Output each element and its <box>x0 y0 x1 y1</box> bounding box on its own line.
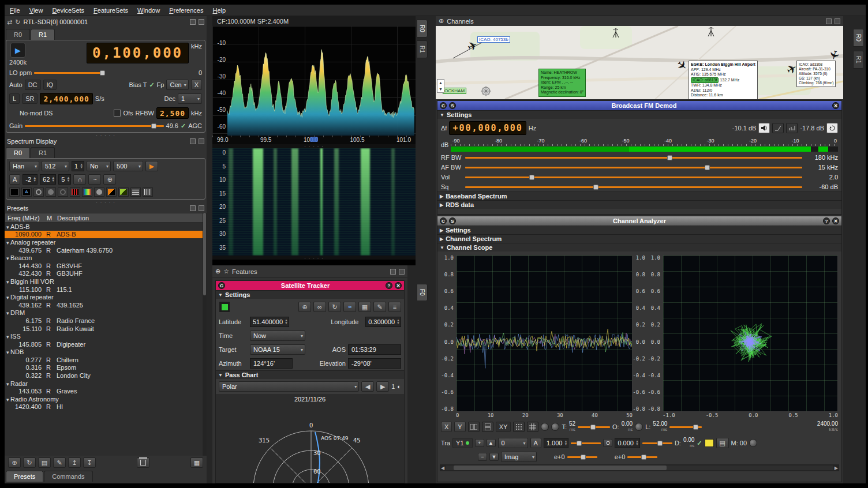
vor-label[interactable]: OCKHAM <box>443 88 466 94</box>
menu-item[interactable]: FeatureSets <box>89 6 132 15</box>
remove-trace-button[interactable]: − <box>478 453 487 461</box>
menu-item[interactable]: File <box>6 6 24 15</box>
fft-size-select[interactable]: 512▾ <box>42 161 69 171</box>
rf-bandwidth-display[interactable]: 2,500 <box>156 107 189 119</box>
grid-dots-icon[interactable] <box>513 422 525 432</box>
ofs-auto-button[interactable]: O <box>603 439 612 447</box>
range-spinner[interactable]: 62▲▼ <box>40 174 56 185</box>
style-circle2-button[interactable] <box>46 187 56 197</box>
preset-row[interactable]: 0.316 R Epsom <box>5 364 207 372</box>
help-button[interactable]: ? <box>386 282 392 289</box>
trace-down-button[interactable]: ▼ <box>489 453 499 461</box>
center-frequency-display[interactable]: 0,100,000 <box>87 43 189 63</box>
presets-scrollbar[interactable] <box>203 213 207 456</box>
channel-spectrum-section[interactable]: ▶Channel Spectrum <box>437 234 841 243</box>
preset-row[interactable]: 145.805 R Digipeater <box>5 340 207 348</box>
preset-row[interactable]: Biggin Hill VOR <box>5 277 207 286</box>
xy-mode-button[interactable]: XY <box>496 422 511 432</box>
dc-button[interactable]: DC <box>25 80 41 90</box>
menu-item[interactable]: Window <box>133 6 164 15</box>
preset-row[interactable]: 1420.400 R HI <box>5 403 207 411</box>
overlap-spinner[interactable]: 1▲▼ <box>72 161 84 171</box>
volume-slider[interactable] <box>465 173 802 181</box>
rf-bw-slider[interactable] <box>465 153 802 162</box>
chart-mode-select[interactable]: Polar▾ <box>219 381 359 392</box>
preset-row[interactable]: 0.322 R London City <box>5 371 207 380</box>
column-description[interactable]: Description <box>57 215 206 222</box>
edit-icon[interactable]: ✎ <box>373 302 386 312</box>
trace-view-checkbox[interactable]: ✓ <box>697 440 702 447</box>
menu-item[interactable]: View <box>25 6 47 15</box>
prev-pass-icon[interactable]: ◀ <box>361 381 374 392</box>
channel-scope-section[interactable]: ▼Channel Scope <box>437 243 841 251</box>
audio-mute-icon[interactable] <box>758 123 770 133</box>
scroll-right-icon[interactable]: ▶ <box>835 466 838 471</box>
amplitude-slider[interactable] <box>571 439 601 447</box>
preset-row[interactable]: 432.430 R GB3UHF <box>5 270 207 278</box>
add-feature-icon[interactable]: ⊕ <box>215 268 220 275</box>
panes-vertical-icon[interactable] <box>482 422 493 432</box>
autotrack-icon[interactable]: ↻ <box>328 302 341 312</box>
close-feature-button[interactable]: ✕ <box>395 282 402 289</box>
add-channel-icon[interactable]: ⊕ <box>439 17 444 25</box>
scope-xy-plot[interactable] <box>663 255 838 412</box>
style-waterfall-button[interactable] <box>82 187 92 197</box>
intensity-dial[interactable] <box>541 423 549 431</box>
right-dock-tab-r0[interactable]: R0 <box>853 29 864 47</box>
contrast-icon[interactable]: ◐ <box>397 383 401 390</box>
preset-row[interactable]: Radio Astronomy <box>5 395 207 403</box>
style-circle4-button[interactable] <box>94 187 104 197</box>
icao-label[interactable]: ICAO: 40753b <box>477 36 510 43</box>
preset-row[interactable]: ADS-B <box>5 223 207 231</box>
delta-f-display[interactable]: +00,000,000 <box>449 121 526 135</box>
trace-offset-slider[interactable] <box>642 439 672 447</box>
agc-checkbox[interactable]: ✓ <box>181 122 186 130</box>
trace-select-button[interactable]: Y1 <box>452 438 472 448</box>
memory-dial[interactable] <box>749 439 757 447</box>
style-grid2-button[interactable] <box>143 187 153 197</box>
preset-row[interactable]: 439.675 R Caterham 439.6750 <box>5 246 207 254</box>
preset-row[interactable]: 115.100 R 115.1 <box>5 286 207 294</box>
fft-window-select[interactable]: Han▾ <box>9 161 39 171</box>
preset-row[interactable]: Beacon <box>5 254 207 262</box>
lo-ppm-slider[interactable] <box>34 69 103 77</box>
baseband-spectrum-section[interactable]: ▶Baseband Spectrum <box>437 192 841 200</box>
waterfall[interactable]: 05101520253035 <box>212 148 416 256</box>
import-preset-icon[interactable]: ↧ <box>83 457 96 468</box>
offset-dial[interactable] <box>635 423 643 431</box>
preset-row[interactable]: 0.277 R Chiltern <box>5 356 207 364</box>
grid-lines-icon[interactable] <box>527 422 538 432</box>
rds-data-section[interactable]: ▶RDS data <box>437 200 841 209</box>
trace-up-button[interactable]: ▲ <box>487 439 496 447</box>
grid-intensity-dial[interactable] <box>551 423 559 431</box>
amplitude-field[interactable]: 1.000▲▼ <box>544 438 568 448</box>
feature-presets-icon[interactable]: ☆ <box>223 268 229 275</box>
airport-icao-pill[interactable]: ICAO: a6813f <box>691 77 719 84</box>
adsb-map[interactable]: ✈ ✈ ✈ ✈ ICAO: 40753b ICAO: a6813f Name: … <box>436 26 843 99</box>
spectrum-plot[interactable]: -10-20-30-40-50-60 <box>212 26 416 136</box>
low-rate-button[interactable]: L <box>9 93 20 104</box>
splitter-handle[interactable] <box>5 133 207 137</box>
channel-move-button[interactable]: C <box>440 102 447 109</box>
iq-button[interactable]: IQ <box>43 80 57 90</box>
load-preset-icon[interactable]: ↻ <box>23 457 36 468</box>
preset-row[interactable]: 439.162 R 439.1625 <box>5 301 207 309</box>
save-preset-icon[interactable]: ▤ <box>38 457 51 468</box>
fm-settings-section[interactable]: ▼Settings <box>437 110 841 119</box>
tab-r0[interactable]: R0 <box>6 147 30 158</box>
pass-chart-section[interactable]: ▼Pass Chart <box>216 370 404 379</box>
float-button[interactable] <box>190 19 196 25</box>
filter-icon[interactable]: ∩ <box>73 174 86 185</box>
settings-section[interactable]: ▼Settings <box>216 290 404 299</box>
menu-item[interactable]: Preferences <box>165 6 207 15</box>
preset-row[interactable]: 1090.000 R ADS-B <box>5 231 207 239</box>
edit-preset-icon[interactable]: ✎ <box>53 457 66 468</box>
ofs-exp-slider[interactable] <box>627 453 657 461</box>
channel-move-button[interactable]: C <box>440 217 447 224</box>
time-base-slider[interactable] <box>578 423 610 431</box>
preset-row[interactable]: Analog repeater <box>5 238 207 246</box>
add-satellite-icon[interactable]: ⊕ <box>298 302 311 312</box>
longitude-field[interactable]: 0.300000▲▼ <box>365 317 401 327</box>
averaging-mode-select[interactable]: No▾ <box>87 161 111 171</box>
close-channel-button[interactable]: ✕ <box>832 217 839 224</box>
